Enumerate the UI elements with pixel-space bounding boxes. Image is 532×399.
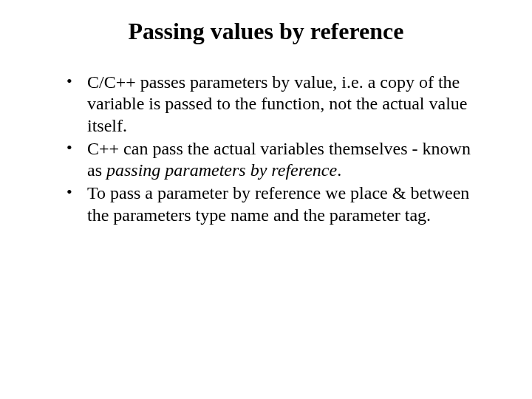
bullet-text: . [337, 160, 341, 180]
bullet-list: C/C++ passes parameters by value, i.e. a… [44, 72, 488, 226]
slide-title: Passing values by reference [44, 18, 488, 45]
bullet-text: passing parameters by reference [106, 160, 337, 180]
bullet-item: C++ can pass the actual variables themse… [66, 138, 488, 182]
bullet-text: To pass a parameter by reference we plac… [87, 183, 469, 224]
slide: Passing values by reference C/C++ passes… [0, 0, 532, 399]
bullet-item: C/C++ passes parameters by value, i.e. a… [66, 72, 488, 137]
bullet-item: To pass a parameter by reference we plac… [66, 183, 488, 226]
bullet-text: C/C++ passes parameters by value, i.e. a… [87, 72, 468, 135]
